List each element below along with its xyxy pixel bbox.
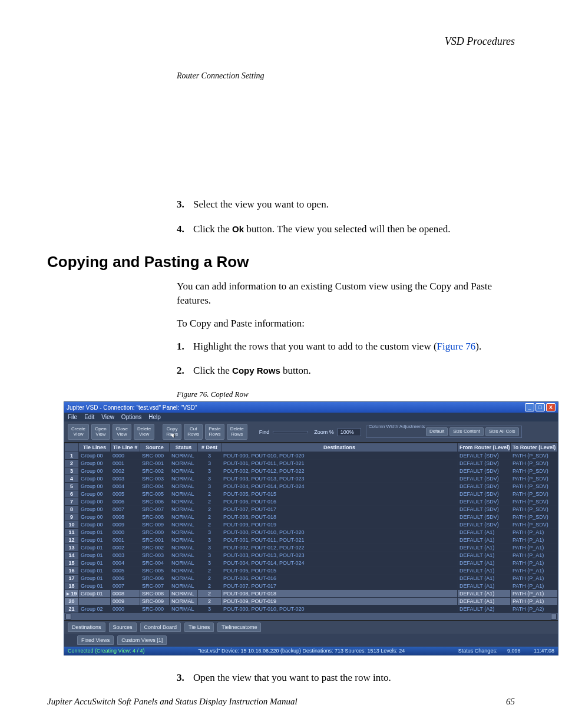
cell-destinations[interactable]: POUT-000, POUT-010, POUT-020 bbox=[222, 528, 458, 536]
cut-rows-button[interactable]: Cut Rows bbox=[184, 424, 203, 440]
cell-ndest[interactable]: 2 bbox=[198, 505, 222, 513]
close-view-button[interactable]: Close View bbox=[113, 424, 131, 440]
cell-to-router[interactable]: PATH (P_A1) bbox=[511, 543, 558, 551]
cell-ndest[interactable]: 2 bbox=[198, 574, 222, 582]
cell-from-router[interactable]: DEFAULT (A1) bbox=[458, 528, 511, 536]
cell-ndest[interactable]: 3 bbox=[198, 482, 222, 490]
cell-status[interactable]: NORMAL bbox=[170, 452, 198, 459]
row-number[interactable]: 15 bbox=[65, 559, 79, 566]
cell-from-router[interactable]: DEFAULT (SDV) bbox=[458, 452, 511, 459]
cell-tieline-num[interactable]: 0004 bbox=[111, 559, 140, 566]
cell-destinations[interactable]: POUT-001, POUT-011, POUT-021 bbox=[222, 536, 458, 543]
cell-from-router[interactable]: DEFAULT (A1) bbox=[458, 582, 511, 589]
cell-ndest[interactable]: 3 bbox=[198, 559, 222, 566]
cell-tieline-num[interactable]: 0003 bbox=[111, 551, 140, 559]
cell-ndest[interactable]: 3 bbox=[198, 536, 222, 543]
cell-ndest[interactable]: 3 bbox=[198, 475, 222, 482]
table-row[interactable]: 11Group 010000SRC-000NORMAL3POUT-000, PO… bbox=[65, 528, 558, 536]
cell-status[interactable]: NORMAL bbox=[170, 482, 198, 490]
cell-tieline-num[interactable]: 0005 bbox=[111, 490, 140, 498]
cell-to-router[interactable]: PATH (P_SDV) bbox=[511, 505, 558, 513]
cell-from-router[interactable]: DEFAULT (SDV) bbox=[458, 513, 511, 521]
cell-tielines[interactable]: Group 01 bbox=[79, 551, 111, 559]
cell-source[interactable]: SRC-007 bbox=[140, 582, 170, 589]
cell-tielines[interactable]: Group 01 bbox=[79, 566, 111, 574]
cell-tielines[interactable]: Group 00 bbox=[79, 498, 111, 505]
table-row[interactable]: 13Group 010002SRC-002NORMAL3POUT-002, PO… bbox=[65, 543, 558, 551]
cell-status[interactable]: NORMAL bbox=[170, 597, 198, 605]
row-number[interactable]: 10 bbox=[65, 521, 79, 528]
cell-destinations[interactable]: POUT-006, POUT-016 bbox=[222, 574, 458, 582]
close-icon[interactable]: X bbox=[546, 403, 556, 411]
cell-from-router[interactable]: DEFAULT (SDV) bbox=[458, 475, 511, 482]
table-row[interactable]: 10Group 000009SRC-009NORMAL2POUT-009, PO… bbox=[65, 521, 558, 528]
row-number[interactable]: 3 bbox=[65, 467, 79, 475]
cell-status[interactable]: NORMAL bbox=[170, 467, 198, 475]
table-row[interactable]: 17Group 010006SRC-006NORMAL2POUT-006, PO… bbox=[65, 574, 558, 582]
cell-tieline-num[interactable]: 0003 bbox=[111, 475, 140, 482]
col-size-content-button[interactable]: Size Content bbox=[449, 427, 484, 436]
cell-ndest[interactable]: 3 bbox=[198, 459, 222, 467]
tab-sources[interactable]: Sources bbox=[109, 622, 137, 632]
cell-ndest[interactable]: 2 bbox=[198, 566, 222, 574]
cell-tielines[interactable]: Group 01 bbox=[79, 582, 111, 589]
cell-status[interactable]: NORMAL bbox=[170, 459, 198, 467]
cell-tieline-num[interactable]: 0002 bbox=[111, 467, 140, 475]
cell-from-router[interactable]: DEFAULT (SDV) bbox=[458, 482, 511, 490]
cell-tielines[interactable]: Group 01 bbox=[79, 543, 111, 551]
cell-status[interactable]: NORMAL bbox=[170, 536, 198, 543]
scroll-left-icon[interactable] bbox=[65, 614, 71, 620]
row-number[interactable]: 6 bbox=[65, 490, 79, 498]
tab-destinations[interactable]: Destinations bbox=[68, 622, 105, 632]
cell-source[interactable]: SRC-003 bbox=[140, 475, 170, 482]
table-row[interactable]: 2Group 000001SRC-001NORMAL3POUT-001, POU… bbox=[65, 459, 558, 467]
cell-destinations[interactable]: POUT-003, POUT-013, POUT-023 bbox=[222, 551, 458, 559]
col-header-rownum[interactable] bbox=[65, 443, 79, 452]
table-row[interactable]: 7Group 000006SRC-006NORMAL2POUT-006, POU… bbox=[65, 498, 558, 505]
col-size-all-button[interactable]: Size All Cols bbox=[485, 427, 518, 436]
table-row[interactable]: 6Group 000005SRC-005NORMAL2POUT-005, POU… bbox=[65, 490, 558, 498]
cell-tieline-num[interactable]: 0000 bbox=[111, 528, 140, 536]
cell-tieline-num[interactable]: 0009 bbox=[111, 521, 140, 528]
row-number[interactable]: 14 bbox=[65, 551, 79, 559]
cell-status[interactable]: NORMAL bbox=[170, 543, 198, 551]
cell-to-router[interactable]: PATH (P_A1) bbox=[511, 566, 558, 574]
cell-tielines[interactable]: Group 01 bbox=[79, 528, 111, 536]
cell-source[interactable]: SRC-005 bbox=[140, 490, 170, 498]
cell-tielines[interactable]: Group 00 bbox=[79, 475, 111, 482]
cell-to-router[interactable]: PATH (P_SDV) bbox=[511, 521, 558, 528]
find-input[interactable] bbox=[273, 431, 308, 433]
cell-destinations[interactable]: POUT-006, POUT-016 bbox=[222, 498, 458, 505]
cell-from-router[interactable]: DEFAULT (SDV) bbox=[458, 467, 511, 475]
cell-to-router[interactable]: PATH (P_A1) bbox=[511, 559, 558, 566]
cell-ndest[interactable]: 3 bbox=[198, 543, 222, 551]
row-number[interactable]: 16 bbox=[65, 566, 79, 574]
cell-destinations[interactable]: POUT-005, POUT-015 bbox=[222, 490, 458, 498]
copy-rows-button[interactable]: Copy Rows bbox=[163, 424, 181, 440]
cell-to-router[interactable]: PATH (P_A1) bbox=[511, 528, 558, 536]
cell-destinations[interactable]: POUT-000, POUT-010, POUT-020 bbox=[222, 605, 458, 612]
cell-source[interactable]: SRC-002 bbox=[140, 467, 170, 475]
cell-tieline-num[interactable]: 0008 bbox=[111, 589, 140, 597]
row-number[interactable]: 9 bbox=[65, 513, 79, 521]
cell-from-router[interactable]: DEFAULT (SDV) bbox=[458, 459, 511, 467]
col-default-button[interactable]: Default bbox=[426, 427, 448, 436]
cell-status[interactable]: NORMAL bbox=[170, 498, 198, 505]
cell-destinations[interactable]: POUT-004, POUT-014, POUT-024 bbox=[222, 559, 458, 566]
cell-tieline-num[interactable]: 0000 bbox=[111, 605, 140, 612]
cell-tielines[interactable]: Group 01 bbox=[79, 536, 111, 543]
cell-destinations[interactable]: POUT-004, POUT-014, POUT-024 bbox=[222, 482, 458, 490]
cell-status[interactable]: NORMAL bbox=[170, 574, 198, 582]
cell-tielines[interactable]: Group 00 bbox=[79, 467, 111, 475]
cell-tieline-num[interactable]: 0007 bbox=[111, 582, 140, 589]
cell-to-router[interactable]: PATH (P_SDV) bbox=[511, 452, 558, 459]
table-row[interactable]: 14Group 010003SRC-003NORMAL3POUT-003, PO… bbox=[65, 551, 558, 559]
cell-status[interactable]: NORMAL bbox=[170, 505, 198, 513]
cell-to-router[interactable]: PATH (P_A1) bbox=[511, 574, 558, 582]
cell-tieline-num[interactable]: 0008 bbox=[111, 513, 140, 521]
cell-destinations[interactable]: POUT-007, POUT-017 bbox=[222, 582, 458, 589]
create-view-button[interactable]: Create View bbox=[68, 424, 89, 440]
cell-ndest[interactable]: 2 bbox=[198, 490, 222, 498]
cell-source[interactable]: SRC-001 bbox=[140, 459, 170, 467]
menu-view[interactable]: View bbox=[101, 414, 114, 420]
